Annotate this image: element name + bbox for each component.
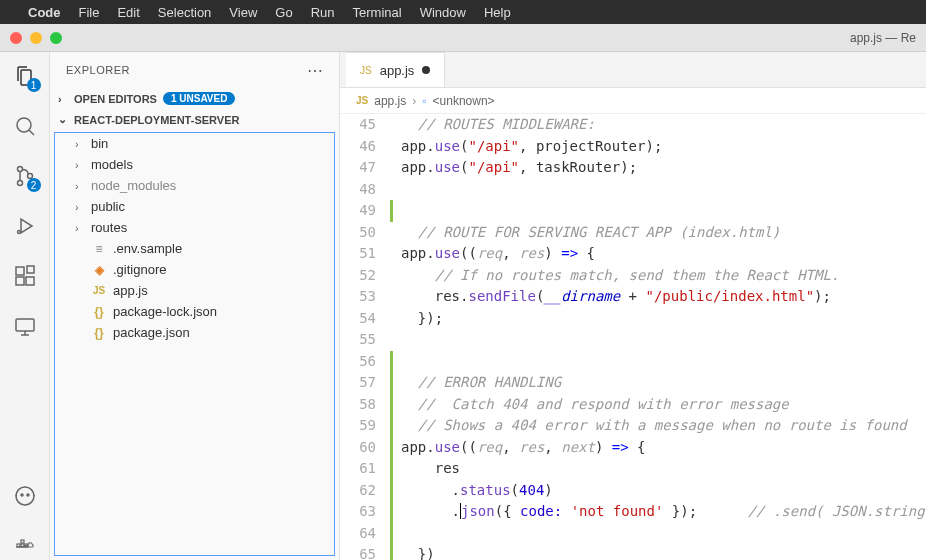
folder-name: node_modules [91,178,176,193]
menu-edit[interactable]: Edit [117,5,139,20]
workbench: 1 2 EXPLORER ⋯ › OP [0,52,926,560]
close-window-button[interactable] [10,32,22,44]
activity-copilot-icon[interactable] [11,482,39,510]
breadcrumb-symbol[interactable]: <unknown> [433,94,495,108]
traffic-lights [0,32,62,44]
activity-search-icon[interactable] [11,112,39,140]
file-icon: ◈ [91,263,107,277]
window-title: app.js — Re [850,31,916,45]
chevron-down-icon: ⌄ [58,113,68,126]
svg-point-4 [17,231,20,234]
svg-rect-5 [16,267,24,275]
file-tree: ›bin›models›node_modules›public›routes ≡… [54,132,335,556]
line-number-gutter: 4546474849505152535455565758596061626364… [340,114,390,560]
file-name: app.js [113,283,148,298]
menu-go[interactable]: Go [275,5,292,20]
folder-name: public [91,199,125,214]
svg-point-1 [17,167,22,172]
activity-remote-icon[interactable] [11,312,39,340]
window-titlebar: app.js — Re [0,24,926,52]
chevron-right-icon: › [75,222,85,234]
folder-name: routes [91,220,127,235]
file-name: package-lock.json [113,304,217,319]
file-icon: ≡ [91,242,107,256]
file-icon: {} [91,326,107,340]
sidebar-header: EXPLORER ⋯ [50,52,339,88]
chevron-right-icon: › [412,94,416,108]
js-file-icon: JS [356,95,368,106]
tab-app-js[interactable]: JS app.js [346,52,445,87]
tree-file[interactable]: JSapp.js [55,280,334,301]
tab-label: app.js [380,63,415,78]
breadcrumb[interactable]: JS app.js › ▫ <unknown> [340,88,926,114]
svg-point-2 [17,181,22,186]
sidebar: EXPLORER ⋯ › OPEN EDITORS 1 UNSAVED ⌄ RE… [50,52,340,560]
editor-area: JS app.js JS app.js › ▫ <unknown> 454647… [340,52,926,560]
menu-selection[interactable]: Selection [158,5,211,20]
menu-terminal[interactable]: Terminal [353,5,402,20]
code-content[interactable]: // ROUTES MIDDLEWARE:app.use("/api", pro… [393,114,926,560]
svg-rect-8 [27,266,34,273]
menu-window[interactable]: Window [420,5,466,20]
menu-help[interactable]: Help [484,5,511,20]
sidebar-more-icon[interactable]: ⋯ [307,61,324,80]
svg-rect-16 [21,540,24,543]
activity-debug-icon[interactable] [11,212,39,240]
file-name: package.json [113,325,190,340]
symbol-icon: ▫ [422,94,426,108]
open-editors-label: OPEN EDITORS [74,93,157,105]
unsaved-badge: 1 UNSAVED [163,92,236,105]
folder-name: bin [91,136,108,151]
workspace-section[interactable]: ⌄ REACT-DEPLOYMENT-SERVER [50,109,339,130]
chevron-right-icon: › [75,159,85,171]
text-cursor [460,503,461,519]
sidebar-title: EXPLORER [66,64,130,76]
menu-view[interactable]: View [229,5,257,20]
open-editors-section[interactable]: › OPEN EDITORS 1 UNSAVED [50,88,339,109]
tree-file[interactable]: {}package-lock.json [55,301,334,322]
svg-rect-7 [26,277,34,285]
activity-extensions-icon[interactable] [11,262,39,290]
svg-rect-9 [16,319,34,331]
file-name: .gitignore [113,262,166,277]
macos-menubar: Code File Edit Selection View Go Run Ter… [0,0,926,24]
menubar-app[interactable]: Code [28,5,61,20]
menu-run[interactable]: Run [311,5,335,20]
chevron-right-icon: › [75,138,85,150]
activity-scm-icon[interactable]: 2 [11,162,39,190]
chevron-right-icon: › [75,180,85,192]
minimize-window-button[interactable] [30,32,42,44]
scm-badge: 2 [27,178,41,192]
file-icon: {} [91,305,107,319]
menu-file[interactable]: File [79,5,100,20]
breadcrumb-file[interactable]: app.js [374,94,406,108]
folder-name: models [91,157,133,172]
file-name: .env.sample [113,241,182,256]
tree-folder[interactable]: ›models [55,154,334,175]
svg-point-0 [17,118,31,132]
chevron-right-icon: › [58,93,68,105]
tree-folder[interactable]: ›public [55,196,334,217]
tree-file[interactable]: ≡.env.sample [55,238,334,259]
svg-point-10 [16,487,34,505]
tree-file[interactable]: ◈.gitignore [55,259,334,280]
git-gutter [390,114,393,560]
tree-folder[interactable]: ›node_modules [55,175,334,196]
editor-tabs: JS app.js [340,52,926,88]
code-editor[interactable]: 4546474849505152535455565758596061626364… [340,114,926,560]
activity-explorer-icon[interactable]: 1 [11,62,39,90]
explorer-badge: 1 [27,78,41,92]
unsaved-dot-icon [422,66,430,74]
activity-bar: 1 2 [0,52,50,560]
workspace-name: REACT-DEPLOYMENT-SERVER [74,114,239,126]
tree-folder[interactable]: ›bin [55,133,334,154]
svg-point-12 [27,494,29,496]
fullscreen-window-button[interactable] [50,32,62,44]
chevron-right-icon: › [75,201,85,213]
js-file-icon: JS [360,65,372,76]
tree-file[interactable]: {}package.json [55,322,334,343]
tree-folder[interactable]: ›routes [55,217,334,238]
svg-rect-6 [16,277,24,285]
activity-docker-icon[interactable] [11,532,39,560]
file-icon: JS [91,285,107,296]
